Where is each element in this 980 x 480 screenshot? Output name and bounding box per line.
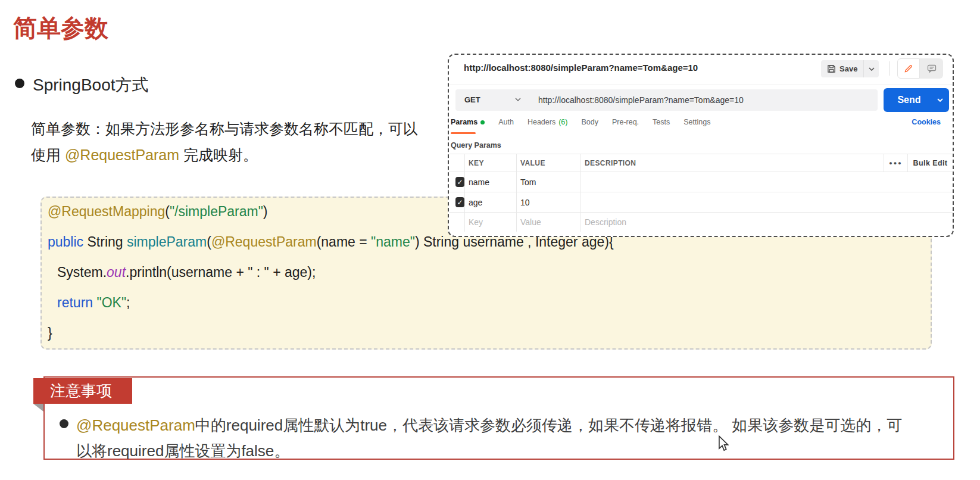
request-tab-title: http://localhost:8080/simpleParam?name=T… — [464, 63, 698, 73]
save-dropdown-chevron-icon[interactable] — [863, 60, 879, 77]
note-text-line2: 以将required属性设置为false。 — [76, 441, 289, 462]
active-tab-underline — [451, 132, 476, 134]
tab-params[interactable]: Params — [451, 118, 485, 126]
code-line-3: System.out.println(username + " : " + ag… — [57, 264, 316, 280]
intro-text-line1: 简单参数：如果方法形参名称与请求参数名称不匹配，可以 — [31, 119, 418, 139]
method-select[interactable]: GET — [464, 95, 480, 104]
bulk-edit-button[interactable]: Bulk Edit — [907, 154, 953, 172]
comment-icon — [927, 64, 937, 73]
save-button[interactable]: Save — [821, 60, 879, 77]
send-label: Send — [884, 95, 931, 105]
note-text-line1: @RequestParam中的required属性默认为true，代表该请求参数… — [76, 415, 902, 436]
table-row: ✓ name Tom — [449, 172, 953, 192]
table-placeholder-row: Key Value Description — [449, 212, 953, 232]
param-key-cell[interactable]: name — [464, 172, 516, 192]
param-description-cell[interactable] — [580, 172, 884, 192]
description-placeholder[interactable]: Description — [580, 213, 884, 232]
panel-divider — [449, 85, 953, 85]
requestparam-highlight: @RequestParam — [76, 416, 195, 434]
query-params-table: KEY VALUE DESCRIPTION ●●● Bulk Edit ✓ na… — [449, 154, 953, 232]
note-bullet-icon — [60, 419, 68, 428]
table-header-row: KEY VALUE DESCRIPTION ●●● Bulk Edit — [449, 154, 953, 172]
value-placeholder[interactable]: Value — [516, 213, 580, 232]
col-header-value: VALUE — [516, 154, 580, 172]
tab-body[interactable]: Body — [581, 118, 598, 126]
tab-auth[interactable]: Auth — [498, 118, 514, 126]
requestparam-highlight: @RequestParam — [65, 147, 179, 163]
request-url-bar[interactable]: GET http://localhost:8080/simpleParam?na… — [455, 89, 878, 111]
intro-text-suffix: 完成映射。 — [179, 147, 258, 163]
postman-panel: http://localhost:8080/simpleParam?name=T… — [448, 54, 954, 237]
pencil-icon — [904, 64, 913, 73]
param-value-cell[interactable]: Tom — [516, 172, 580, 192]
table-row: ✓ age 10 — [449, 192, 953, 212]
more-options-icon[interactable]: ●●● — [884, 154, 907, 172]
tab-settings[interactable]: Settings — [683, 118, 710, 126]
request-tabs: Params Auth Headers(6) Body Pre-req. Tes… — [451, 118, 710, 126]
comment-button[interactable] — [920, 58, 943, 79]
param-description-cell[interactable] — [580, 192, 884, 212]
params-active-dot-icon — [480, 120, 485, 124]
intro-text-prefix: 使用 — [31, 147, 65, 163]
page-title: 简单参数 — [13, 12, 108, 45]
section-heading: SpringBoot方式 — [33, 74, 149, 96]
url-input[interactable]: http://localhost:8080/simpleParam?name=T… — [538, 95, 744, 105]
col-header-description: DESCRIPTION — [580, 154, 884, 172]
note-badge-fold — [33, 404, 43, 412]
row-checkbox[interactable]: ✓ — [455, 197, 464, 207]
page: 简单参数 SpringBoot方式 简单参数：如果方法形参名称与请求参数名称不匹… — [0, 0, 980, 480]
mouse-cursor-icon — [718, 435, 729, 451]
tab-pre-req[interactable]: Pre-req. — [612, 118, 639, 126]
tab-headers[interactable]: Headers(6) — [528, 118, 568, 126]
query-params-label: Query Params — [451, 141, 501, 149]
code-line-5: } — [48, 325, 52, 341]
bullet-icon — [15, 79, 24, 88]
toolbar-divider — [890, 61, 890, 76]
param-value-cell[interactable]: 10 — [516, 192, 580, 212]
headers-count: (6) — [558, 118, 567, 126]
cookies-link[interactable]: Cookies — [912, 118, 941, 126]
param-key-cell[interactable]: age — [464, 192, 516, 212]
save-label: Save — [839, 64, 857, 73]
code-line-4: return "OK"; — [57, 295, 130, 311]
tab-tests[interactable]: Tests — [653, 118, 670, 126]
code-line-1: @RequestMapping("/simpleParam") — [48, 204, 268, 220]
send-dropdown-chevron-icon[interactable] — [931, 98, 949, 102]
note-badge: 注意事项 — [33, 378, 132, 404]
save-icon — [827, 64, 836, 73]
intro-text-line2: 使用 @RequestParam 完成映射。 — [31, 145, 258, 165]
method-chevron-icon[interactable] — [515, 98, 521, 101]
row-checkbox[interactable]: ✓ — [455, 177, 464, 187]
key-placeholder[interactable]: Key — [464, 213, 516, 232]
edit-pencil-button[interactable] — [897, 58, 920, 79]
send-button[interactable]: Send — [884, 88, 949, 112]
col-header-key: KEY — [464, 154, 516, 172]
